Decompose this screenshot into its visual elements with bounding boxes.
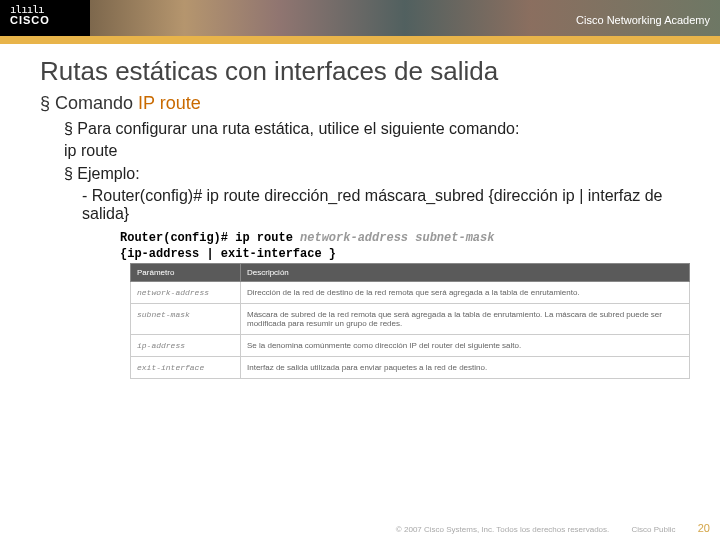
body-line-2: § Ejemplo: — [64, 163, 700, 185]
param-name: network-address — [131, 281, 241, 303]
table-header-row: Parámetro Descripción — [131, 263, 690, 281]
param-desc: Máscara de subred de la red remota que s… — [241, 303, 690, 334]
section-heading: § Comando IP route — [40, 93, 700, 114]
slide-title: Rutas estáticas con interfaces de salida — [40, 56, 700, 87]
code-line-1: Router(config)# ip route network-address… — [120, 231, 700, 245]
page-number: 20 — [698, 522, 710, 534]
section-prefix: Comando — [55, 93, 138, 113]
body-text-2: Ejemplo: — [73, 165, 140, 182]
param-name: subnet-mask — [131, 303, 241, 334]
logo-text: CISCO — [10, 15, 50, 26]
body-text-1: Para configurar una ruta estática, utili… — [73, 120, 519, 137]
table-row: network-address Dirección de la red de d… — [131, 281, 690, 303]
param-name: exit-interface — [131, 356, 241, 378]
table-row: subnet-mask Máscara de subred de la red … — [131, 303, 690, 334]
col-description: Descripción — [241, 263, 690, 281]
slide-footer: © 2007 Cisco Systems, Inc. Todos los der… — [0, 522, 710, 534]
col-parameter: Parámetro — [131, 263, 241, 281]
bullet-icon: § — [64, 120, 73, 137]
param-desc: Interfaz de salida utilizada para enviar… — [241, 356, 690, 378]
param-desc: Dirección de la red de destino de la red… — [241, 281, 690, 303]
code-line-2: {ip-address | exit-interface } — [120, 247, 700, 261]
param-desc: Se la denomina comúnmente como dirección… — [241, 334, 690, 356]
cisco-logo: ılıılı CISCO — [10, 4, 50, 26]
code-args-1: network-address subnet-mask — [300, 231, 494, 245]
bullet-icon: § — [64, 165, 73, 182]
classification: Cisco Public — [632, 525, 676, 534]
section-bullet: § — [40, 93, 50, 113]
body-line-1b: ip route — [64, 140, 700, 162]
slide-content: Rutas estáticas con interfaces de salida… — [0, 44, 720, 379]
table-row: ip-address Se la denomina comúnmente com… — [131, 334, 690, 356]
table-row: exit-interface Interfaz de salida utiliz… — [131, 356, 690, 378]
academy-label: Cisco Networking Academy — [576, 14, 710, 26]
command-example: - Router(config)# ip route dirección_red… — [82, 187, 700, 223]
copyright: © 2007 Cisco Systems, Inc. Todos los der… — [396, 525, 609, 534]
code-prompt: Router(config)# ip route — [120, 231, 300, 245]
body-line-1: § Para configurar una ruta estática, uti… — [64, 118, 700, 140]
header-accent-bar — [0, 36, 720, 44]
parameter-table: Parámetro Descripción network-address Di… — [130, 263, 690, 379]
param-name: ip-address — [131, 334, 241, 356]
slide-header: ılıılı CISCO Cisco Networking Academy — [0, 0, 720, 44]
section-highlight: IP route — [138, 93, 201, 113]
